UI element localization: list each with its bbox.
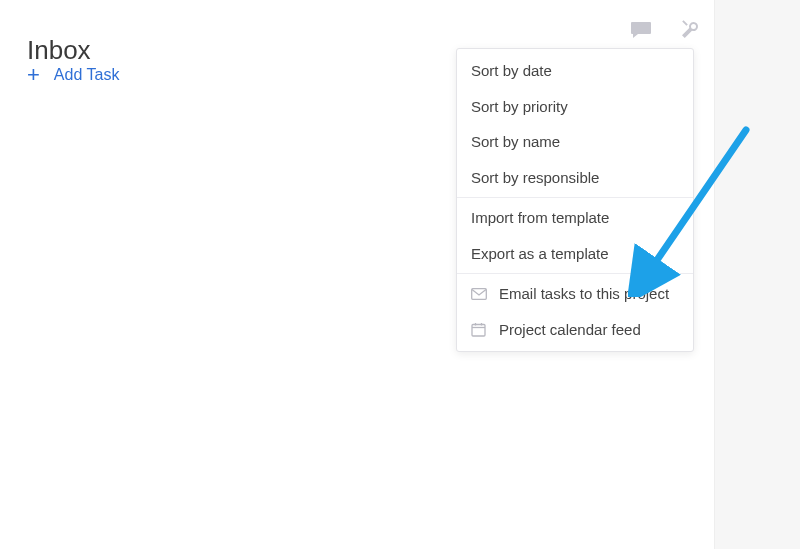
- project-actions-dropdown: Sort by date Sort by priority Sort by na…: [456, 48, 694, 352]
- mail-icon: [471, 288, 491, 300]
- menu-separator: [457, 273, 693, 274]
- menu-label: Sort by responsible: [471, 168, 599, 188]
- add-task-button[interactable]: + Add Task: [27, 64, 119, 86]
- calendar-icon: [471, 322, 491, 337]
- menu-sort-by-priority[interactable]: Sort by priority: [457, 89, 693, 125]
- add-task-label: Add Task: [54, 66, 120, 84]
- toolbar-icons: [630, 20, 700, 40]
- svg-rect-2: [472, 324, 485, 336]
- menu-sort-by-responsible[interactable]: Sort by responsible: [457, 160, 693, 196]
- menu-label: Email tasks to this project: [499, 284, 669, 304]
- menu-label: Export as a template: [471, 244, 609, 264]
- menu-calendar-feed[interactable]: Project calendar feed: [457, 312, 693, 348]
- menu-import-template[interactable]: Import from template: [457, 200, 693, 236]
- comment-icon[interactable]: [630, 20, 652, 40]
- menu-sort-by-name[interactable]: Sort by name: [457, 124, 693, 160]
- menu-label: Project calendar feed: [499, 320, 641, 340]
- menu-label: Sort by priority: [471, 97, 568, 117]
- menu-label: Sort by date: [471, 61, 552, 81]
- app-container: Inbox + Add Task Sort by date Sort by pr…: [0, 0, 800, 549]
- tools-icon[interactable]: [680, 20, 700, 40]
- right-sidebar-strip: [714, 0, 800, 549]
- menu-label: Sort by name: [471, 132, 560, 152]
- plus-icon: +: [27, 64, 40, 86]
- menu-separator: [457, 197, 693, 198]
- menu-export-template[interactable]: Export as a template: [457, 236, 693, 272]
- menu-email-tasks[interactable]: Email tasks to this project: [457, 276, 693, 312]
- svg-rect-0: [682, 20, 688, 26]
- menu-sort-by-date[interactable]: Sort by date: [457, 53, 693, 89]
- menu-label: Import from template: [471, 208, 609, 228]
